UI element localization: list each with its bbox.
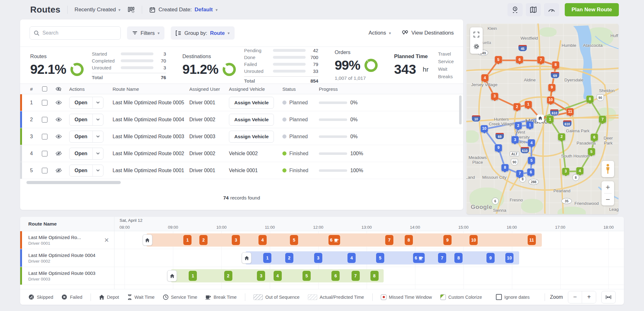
- timeline-fit-width-button[interactable]: [601, 291, 616, 303]
- map[interactable]: Houston KleinWestfieldHumbleAtascocitaHu…: [466, 24, 619, 214]
- map-stop-marker[interactable]: 5: [528, 157, 535, 164]
- gantt-stop[interactable]: 4: [258, 235, 267, 245]
- location-history-button[interactable]: [508, 3, 523, 16]
- eye-icon[interactable]: [55, 117, 62, 122]
- map-stop-marker[interactable]: 6: [591, 134, 598, 141]
- open-route-button[interactable]: Open: [69, 148, 103, 160]
- columns-settings-icon[interactable]: [127, 6, 135, 14]
- table-row[interactable]: 5 Open: [20, 162, 463, 179]
- row-checkbox[interactable]: [42, 117, 47, 123]
- map-view-button[interactable]: [526, 3, 541, 16]
- gantt-stop[interactable]: 1: [263, 253, 271, 263]
- map-stop-marker[interactable]: 4: [481, 74, 489, 82]
- map-stop-marker[interactable]: 2: [515, 122, 522, 129]
- map-stop-marker[interactable]: 1: [526, 122, 534, 129]
- row-checkbox[interactable]: [42, 151, 47, 156]
- map-stop-marker[interactable]: 3: [491, 93, 498, 100]
- gantt-stop[interactable]: 7: [352, 271, 360, 281]
- street-view-pegman[interactable]: [602, 161, 614, 177]
- map-settings-gear-icon[interactable]: [470, 41, 483, 52]
- map-depot-marker[interactable]: [537, 115, 544, 122]
- map-stop-marker[interactable]: 5: [588, 148, 595, 156]
- gantt-stop[interactable]: 5: [303, 271, 311, 281]
- gantt-stop[interactable]: 4: [274, 271, 282, 281]
- filters-button[interactable]: Filters ▾: [127, 26, 164, 40]
- map-zoom-out-button[interactable]: −: [602, 194, 614, 205]
- gantt-route-list-item[interactable]: Last Mile Optimized Route 0004 Driver 00…: [20, 249, 114, 267]
- gantt-stop[interactable]: 1: [183, 235, 192, 245]
- map-stop-marker[interactable]: 11: [567, 108, 574, 115]
- map-stop-marker[interactable]: 3: [562, 168, 569, 175]
- eye-off-icon[interactable]: [55, 151, 62, 156]
- gantt-route-list-item[interactable]: Last Mile Optimized Ro... Driver 0001 ✕: [20, 231, 114, 249]
- chevron-down-icon[interactable]: [92, 131, 103, 142]
- map-stop-marker[interactable]: 8: [586, 95, 594, 103]
- map-stop-marker[interactable]: 10: [547, 96, 554, 104]
- map-stop-marker[interactable]: 10: [481, 125, 488, 132]
- map-stop-marker[interactable]: 7: [537, 57, 545, 64]
- open-route-button[interactable]: Open: [69, 165, 103, 177]
- timeline-zoom-in-button[interactable]: +: [582, 291, 596, 303]
- gantt-stop[interactable]: 2: [285, 253, 293, 263]
- search-input[interactable]: [42, 30, 117, 36]
- row-checkbox[interactable]: [42, 134, 47, 139]
- map-stop-marker[interactable]: 2: [558, 133, 565, 140]
- view-destinations-button[interactable]: View Destinations: [402, 30, 454, 36]
- depot-icon[interactable]: [142, 234, 152, 246]
- row-checkbox[interactable]: [42, 168, 47, 173]
- gantt-stop[interactable]: 7: [385, 235, 393, 245]
- map-stop-marker[interactable]: 8: [552, 61, 559, 68]
- chevron-down-icon[interactable]: [92, 148, 103, 159]
- map-stop-marker[interactable]: 1: [525, 101, 532, 108]
- route-name[interactable]: Last Mile Optimized Route 0005: [109, 100, 185, 106]
- plan-new-route-button[interactable]: Plan New Route: [565, 3, 619, 16]
- map-stop-marker[interactable]: 8: [501, 164, 508, 171]
- gantt-stop[interactable]: 8: [405, 235, 413, 245]
- gantt-stop[interactable]: 8: [454, 253, 463, 263]
- eye-icon[interactable]: [55, 134, 62, 139]
- map-stop-marker[interactable]: 7: [599, 116, 606, 123]
- gantt-stop[interactable]: 10: [505, 253, 514, 263]
- depot-icon[interactable]: [242, 252, 252, 264]
- gantt-stop[interactable]: 1: [189, 271, 197, 281]
- gantt-stop[interactable]: 3: [232, 235, 240, 245]
- gantt-stop[interactable]: 8: [370, 271, 379, 281]
- route-name[interactable]: Last Mile Optimized Route 0001: [109, 168, 185, 173]
- gantt-stop[interactable]: 2: [224, 271, 232, 281]
- chevron-down-icon[interactable]: [92, 97, 103, 108]
- eye-off-icon[interactable]: [55, 168, 62, 173]
- gantt-stop[interactable]: 9: [486, 253, 495, 263]
- depot-icon[interactable]: [167, 270, 177, 281]
- horizontal-scrollbar-thumb[interactable]: [26, 181, 121, 184]
- gantt-stop[interactable]: 6: [413, 253, 425, 263]
- gantt-stop[interactable]: 10: [469, 235, 478, 245]
- map-stop-marker[interactable]: 9: [495, 144, 502, 151]
- select-all-checkbox[interactable]: [42, 86, 47, 91]
- gantt-route-list-item[interactable]: Last Mile Optimized Route 0003 Driver 00…: [20, 267, 114, 285]
- assign-vehicle-button[interactable]: Assign Vehicle: [229, 131, 274, 143]
- gantt-stop[interactable]: 5: [290, 235, 298, 245]
- eye-icon[interactable]: [55, 100, 62, 105]
- close-icon[interactable]: ✕: [104, 237, 109, 243]
- created-date-dropdown[interactable]: Created Date: Default ▾: [149, 7, 218, 13]
- gantt-stop[interactable]: 3: [314, 253, 322, 263]
- gantt-stop[interactable]: 7: [438, 253, 446, 263]
- actions-dropdown[interactable]: Actions ▾: [369, 30, 391, 36]
- ignore-dates-checkbox[interactable]: [496, 294, 502, 300]
- search-box[interactable]: [30, 26, 121, 40]
- assign-vehicle-button[interactable]: Assign Vehicle: [229, 114, 274, 126]
- gantt-stop[interactable]: 9: [443, 235, 452, 245]
- table-row[interactable]: 4 Open: [20, 145, 463, 162]
- vertical-scrollbar[interactable]: [459, 95, 462, 124]
- sort-dropdown[interactable]: Recently Created ▾: [75, 7, 120, 13]
- gantt-stop[interactable]: 3: [257, 271, 265, 281]
- gantt-stop[interactable]: 4: [347, 253, 356, 263]
- route-name[interactable]: Last Mile Optimized Route 0003: [109, 134, 185, 139]
- dashboard-gauge-button[interactable]: [544, 3, 559, 16]
- map-stop-marker[interactable]: 6: [516, 56, 523, 63]
- route-name[interactable]: Last Mile Optimized Route 0004: [109, 117, 185, 123]
- open-route-button[interactable]: Open: [69, 97, 103, 109]
- map-stop-marker[interactable]: 4: [576, 167, 584, 174]
- route-name[interactable]: Last Mile Optimized Route 0002: [109, 151, 185, 156]
- chevron-down-icon[interactable]: [92, 165, 103, 176]
